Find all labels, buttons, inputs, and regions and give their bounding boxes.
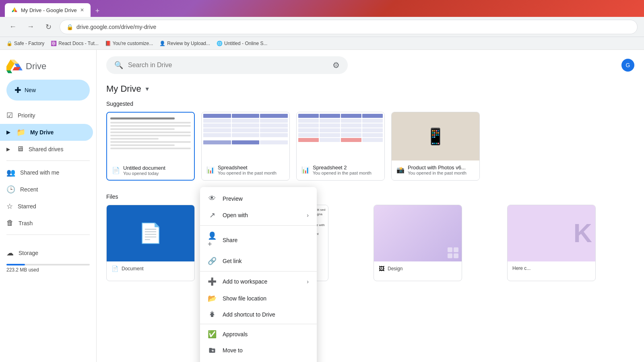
context-menu: 👁 Preview ↗ Open with › 👤+ Share 🔗 Get l… [200,187,317,362]
menu-label-preview: Preview [223,195,309,202]
menu-divider-2 [200,271,317,272]
menu-item-share[interactable]: 👤+ Share [200,227,317,253]
menu-divider-3 [200,324,317,324]
add-to-drive-icon [208,311,216,318]
menu-item-move-to[interactable]: Move to [200,343,317,358]
submenu-arrow-icon: › [307,212,309,218]
menu-item-add-to-starred[interactable]: ☆ Add to Starred [200,358,317,362]
approval-icon: ✅ [208,330,216,339]
menu-item-show-file-location[interactable]: 📂 Show file location [200,290,317,307]
menu-label-share: Share [223,237,309,243]
menu-item-approvals[interactable]: ✅ Approvals [200,326,317,343]
menu-item-add-to-workspace[interactable]: ➕ Add to workspace › [200,273,317,290]
menu-item-open-with[interactable]: ↗ Open with › [200,207,317,224]
context-menu-overlay[interactable] [0,0,644,362]
menu-label-move-to: Move to [223,347,309,354]
menu-item-get-link[interactable]: 🔗 Get link [200,253,317,269]
menu-label-open-with: Open with [223,212,300,218]
menu-label-add-workspace: Add to workspace [223,278,300,285]
menu-label-approvals: Approvals [223,331,309,337]
menu-label-add-shortcut: Add shortcut to Drive [223,311,309,318]
person-add-icon: 👤+ [208,231,216,249]
submenu-arrow-icon-2: › [307,278,309,285]
visibility-icon: 👁 [208,194,216,203]
add-workspace-icon: ➕ [208,277,216,286]
open-in-new-icon: ↗ [208,211,216,220]
folder-open-icon: 📂 [208,294,216,303]
menu-item-add-shortcut[interactable]: Add shortcut to Drive [200,307,317,322]
menu-item-preview[interactable]: 👁 Preview [200,190,317,207]
move-icon [208,347,216,354]
menu-divider-1 [200,225,317,226]
menu-label-get-link: Get link [223,258,309,264]
link-icon: 🔗 [208,257,216,265]
menu-label-show-location: Show file location [223,295,309,302]
